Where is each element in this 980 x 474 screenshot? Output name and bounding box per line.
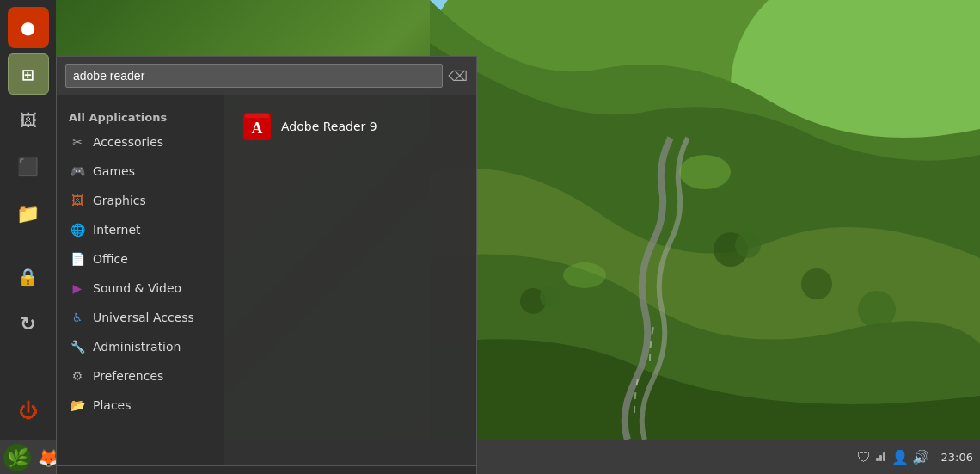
places-label: Places — [93, 398, 132, 412]
software-manager-footer[interactable]: Software Manager Install new application… — [57, 465, 476, 474]
desktop: 🖥 ● ⊞ 🖼 ⬛ 📁 🔒 ↻ ⏻ ⌫ — [0, 0, 980, 474]
internet-icon: 🌐 — [69, 221, 86, 238]
sound-video-icon: ▶ — [69, 280, 86, 297]
sidebar-icon-screenshot[interactable]: 🖼 — [8, 100, 49, 141]
app-menu: ⌫ All Applications ✂ Accessories 🎮 Games… — [56, 56, 477, 474]
volume-icon[interactable]: 🔊 — [912, 449, 929, 465]
games-icon: 🎮 — [69, 163, 86, 180]
users-icon[interactable]: 👤 — [891, 449, 909, 465]
menu-body: All Applications ✂ Accessories 🎮 Games 🖼… — [57, 95, 476, 465]
svg-point-7 — [735, 232, 761, 258]
svg-point-5 — [540, 286, 560, 307]
category-sound-video[interactable]: ▶ Sound & Video — [57, 274, 224, 303]
category-games[interactable]: 🎮 Games — [57, 157, 224, 186]
administration-icon: 🔧 — [69, 338, 86, 355]
category-graphics[interactable]: 🖼 Graphics — [57, 186, 224, 215]
taskbar-right: 🛡 👤 🔊 23:06 — [857, 440, 980, 474]
taskbar-sys-icons: 🛡 👤 🔊 — [857, 449, 929, 466]
category-preferences[interactable]: ⚙ Preferences — [57, 361, 224, 391]
taskbar-icon-mint[interactable]: 🌿 — [3, 444, 31, 471]
search-bar: ⌫ — [57, 57, 476, 95]
sidebar-icon-appmenu[interactable]: ⊞ — [8, 53, 49, 95]
all-apps-header[interactable]: All Applications — [57, 104, 224, 127]
svg-rect-17 — [883, 452, 885, 461]
graphics-label: Graphics — [93, 194, 146, 207]
category-internet[interactable]: 🌐 Internet — [57, 215, 224, 244]
internet-label: Internet — [93, 223, 141, 237]
category-places[interactable]: 📂 Places — [57, 391, 224, 420]
apps-panel: A Adobe Reader 9 — [224, 95, 476, 465]
category-accessories[interactable]: ✂ Accessories — [57, 127, 224, 157]
svg-rect-15 — [876, 458, 879, 461]
search-clear-button[interactable]: ⌫ — [448, 68, 468, 84]
games-label: Games — [93, 164, 135, 178]
adobe-reader-label: Adobe Reader 9 — [281, 120, 377, 133]
universal-access-label: Universal Access — [93, 311, 194, 324]
category-universal-access[interactable]: ♿ Universal Access — [57, 303, 224, 332]
graphics-icon: 🖼 — [69, 192, 86, 209]
categories-panel: All Applications ✂ Accessories 🎮 Games 🖼… — [57, 95, 224, 465]
sidebar-icon-files[interactable]: 📁 — [8, 193, 49, 234]
office-icon: 📄 — [69, 250, 86, 268]
sidebar-icon-lock[interactable]: 🔒 — [8, 256, 49, 298]
network-icon[interactable] — [874, 449, 888, 466]
svg-rect-16 — [879, 455, 882, 461]
sidebar-icon-appstore[interactable]: ● — [8, 7, 49, 48]
taskbar-time: 23:06 — [934, 451, 973, 464]
adobe-reader-icon: A — [242, 111, 273, 142]
svg-rect-14 — [245, 114, 269, 118]
administration-label: Administration — [93, 340, 181, 354]
accessories-icon: ✂ — [69, 133, 86, 151]
category-office[interactable]: 📄 Office — [57, 244, 224, 274]
preferences-label: Preferences — [93, 369, 163, 383]
svg-point-8 — [801, 268, 832, 299]
category-administration[interactable]: 🔧 Administration — [57, 332, 224, 361]
svg-point-9 — [858, 291, 896, 329]
sidebar: ● ⊞ 🖼 ⬛ 📁 🔒 ↻ ⏻ — [0, 0, 56, 440]
sidebar-icon-terminal[interactable]: ⬛ — [8, 146, 49, 188]
app-item-adobe-reader[interactable]: A Adobe Reader 9 — [233, 104, 468, 149]
sound-video-label: Sound & Video — [93, 281, 181, 295]
sidebar-icon-update[interactable]: ↻ — [8, 303, 49, 344]
universal-access-icon: ♿ — [69, 309, 86, 326]
accessories-label: Accessories — [93, 135, 163, 149]
places-icon: 📂 — [69, 397, 86, 414]
svg-text:A: A — [252, 120, 263, 137]
preferences-icon: ⚙ — [69, 367, 86, 385]
office-label: Office — [93, 252, 128, 266]
shield-icon[interactable]: 🛡 — [857, 449, 871, 465]
svg-point-10 — [679, 155, 731, 189]
svg-point-11 — [563, 262, 606, 288]
search-input[interactable] — [65, 64, 443, 88]
sidebar-icon-power[interactable]: ⏻ — [8, 390, 49, 431]
